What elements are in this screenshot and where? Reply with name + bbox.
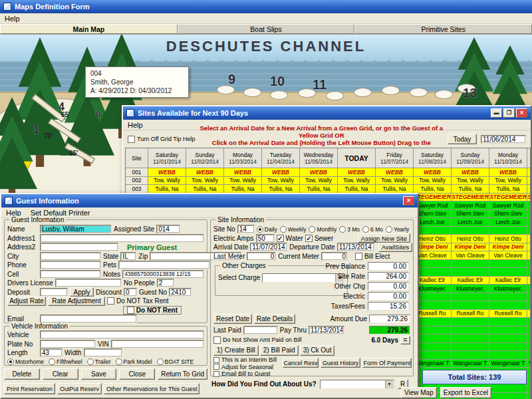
radio-fifthwheel[interactable]: Fifthwheel: [49, 358, 82, 365]
grid-cell[interactable]: Tullis, Na: [300, 185, 338, 194]
tab-primitive-sites[interactable]: Primitive Sites: [354, 24, 532, 34]
grid-cell[interactable]: [527, 343, 531, 352]
grid-cell[interactable]: Lerch Joe: [527, 218, 531, 227]
pay-thru-input[interactable]: [309, 326, 344, 334]
grid-cell[interactable]: [452, 334, 489, 343]
grid-cell[interactable]: WEBB: [376, 168, 414, 177]
grid-cell[interactable]: Heinz Otto: [452, 235, 489, 243]
site-number-cell[interactable]: 001: [126, 168, 148, 177]
adjust-rate-button[interactable]: Adjust Rate: [7, 297, 46, 306]
menu-item-help[interactable]: Help: [5, 15, 20, 23]
grid-cell[interactable]: [527, 334, 531, 343]
reset-date-button[interactable]: Reset Date: [213, 314, 252, 324]
grid-cell[interactable]: Kadlec Elr: [414, 277, 452, 285]
grid-cell[interactable]: [452, 351, 489, 360]
grid-column-header-monday11-10-2014[interactable]: Monday11/10/2014: [489, 148, 527, 168]
grid-cell[interactable]: [452, 227, 489, 235]
site-number-cell[interactable]: 003: [126, 185, 148, 194]
grid-cell[interactable]: Klusmeyer,: [414, 285, 452, 293]
grid-cell[interactable]: [489, 343, 527, 352]
grid-cell[interactable]: Van Cleave: [414, 251, 452, 260]
grid-cell[interactable]: Tullis, Na: [489, 185, 527, 194]
adjust-seasonal-checkbox[interactable]: Adjust for Seasonal: [213, 364, 277, 371]
grid-column-header-wednesday11-05-2014[interactable]: Wednesday11/05/2014: [300, 148, 338, 168]
availsites-button[interactable]: AvailSites: [378, 243, 413, 252]
map-site-number-10[interactable]: 10: [270, 74, 285, 89]
current-meter-input[interactable]: [321, 252, 348, 261]
do-not-tax-rent-checkbox[interactable]: Do NOT Tax Rent: [107, 297, 169, 305]
grid-column-header-saturday11-01-2014[interactable]: Saturday11/01/2014: [148, 148, 186, 168]
radio-trailer[interactable]: Trailer: [87, 358, 111, 365]
grid-cell[interactable]: Russell Ro: [489, 310, 527, 319]
other-reservations-for-this-guest-button[interactable]: Other Reservations for This Guest: [104, 383, 200, 394]
cell-input[interactable]: [40, 270, 101, 279]
radio-monthly[interactable]: Monthly: [309, 226, 336, 233]
grid-cell[interactable]: Heinz Otto: [489, 235, 527, 243]
grid-cell[interactable]: [527, 368, 531, 376]
grid-cell[interactable]: [489, 260, 527, 269]
grid-cell[interactable]: Wangenaar T: [452, 360, 489, 368]
grid-column-header-tuesday11-04-2014[interactable]: Tuesday11/04/2014: [262, 148, 300, 168]
grid-cell[interactable]: Shern Stev: [452, 210, 489, 219]
grid-cell[interactable]: Van Cleave: [452, 251, 489, 260]
save-button[interactable]: Save: [81, 368, 117, 380]
drivers-license-input[interactable]: [55, 279, 122, 287]
delete-button[interactable]: Delete: [4, 368, 40, 380]
arrival-date-input[interactable]: [250, 243, 287, 251]
radio-weekly[interactable]: Weekly: [280, 226, 307, 233]
no-show-amt-paid-checkbox[interactable]: Do Not Show Amt Paid on Bill: [213, 336, 302, 344]
grid-cell[interactable]: [414, 227, 452, 235]
grid-cell[interactable]: [489, 268, 527, 277]
grid-cell[interactable]: Tullis, Na: [186, 185, 224, 194]
grid-cell[interactable]: Tullis, Na: [262, 185, 300, 194]
grid-cell[interactable]: [489, 351, 527, 360]
discount-input[interactable]: [124, 288, 137, 297]
site-pad[interactable]: [326, 91, 344, 100]
email-bill-checkbox[interactable]: Email Bill to Guest: [213, 370, 277, 378]
grid-cell[interactable]: [527, 268, 531, 277]
grid-cell[interactable]: [527, 376, 531, 385]
equals-button[interactable]: =: [400, 336, 410, 344]
grid-cell[interactable]: [489, 293, 527, 302]
grid-cell[interactable]: Wangenaar T: [414, 360, 452, 368]
grid-cell[interactable]: Sawyer Rod: [452, 201, 489, 210]
guest-history-button[interactable]: Guest History: [321, 358, 360, 368]
guest-title-bar[interactable]: Guest Information ✕: [1, 194, 418, 207]
grid-cell[interactable]: Shern Stev: [489, 210, 527, 219]
grid-cell[interactable]: Van Cleave: [489, 251, 527, 260]
grid-cell[interactable]: Heinz Otto: [527, 235, 531, 243]
map-site-number-1[interactable]: 1: [33, 124, 39, 136]
grid-cell[interactable]: [527, 260, 531, 269]
grid-cell[interactable]: Russell Ro: [414, 310, 452, 319]
grid-cell[interactable]: Lerch Joe: [489, 218, 527, 227]
grid-cell[interactable]: Tullis, Na: [148, 185, 186, 194]
view-map-button[interactable]: View Map: [401, 387, 437, 398]
close-button[interactable]: Close: [119, 368, 155, 380]
grid-cell[interactable]: WEBB: [148, 168, 186, 177]
grid-cell[interactable]: Tow, Wally: [376, 177, 414, 186]
grid-cell[interactable]: [452, 343, 489, 352]
grid-cell[interactable]: [489, 301, 527, 310]
grid-cell[interactable]: Kimpe Deni: [527, 243, 531, 252]
grid-cell[interactable]: Tullis, Na: [376, 185, 414, 194]
map-site-number-13[interactable]: 13: [463, 86, 477, 100]
grid-cell[interactable]: [527, 384, 531, 393]
close-icon[interactable]: ✕: [516, 108, 527, 118]
grid-cell[interactable]: WEBB: [186, 168, 224, 177]
grid-cell[interactable]: Wangenaar T: [489, 360, 527, 368]
grid-cell[interactable]: [489, 318, 527, 327]
assign-new-site-button[interactable]: Assign New Site: [358, 233, 410, 243]
grid-column-header-friday11-07-2014[interactable]: Friday11/07/2014: [376, 148, 414, 168]
grid-cell[interactable]: [452, 318, 489, 327]
grid-cell[interactable]: [527, 227, 531, 235]
grid-cell[interactable]: Kadlec Elr: [489, 277, 527, 285]
width-input[interactable]: [84, 348, 122, 357]
print-reservation-button[interactable]: Print Reservation: [4, 383, 55, 394]
grid-cell[interactable]: [452, 293, 489, 302]
last-paid-input[interactable]: [243, 326, 278, 334]
grid-cell[interactable]: WEBB: [262, 168, 300, 177]
address2-input[interactable]: [40, 243, 118, 251]
grid-cell[interactable]: [414, 293, 452, 302]
grid-column-header-monday11-03-2014[interactable]: Monday11/03/2014: [224, 148, 262, 168]
grid-cell[interactable]: Tow, Wally: [452, 177, 489, 186]
